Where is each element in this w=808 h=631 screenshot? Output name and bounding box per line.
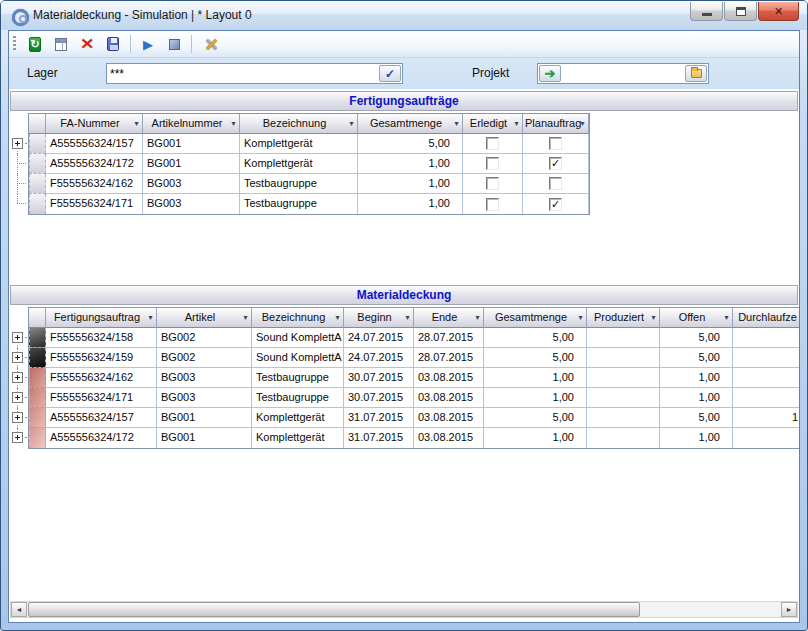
delete-button[interactable] (75, 33, 99, 55)
expand-plus-icon[interactable] (12, 138, 23, 149)
filter-dropdown-icon[interactable] (649, 312, 658, 323)
filter-dropdown-icon[interactable] (229, 118, 238, 129)
filter-dropdown-icon[interactable] (452, 118, 461, 129)
close-button[interactable]: ✕ (758, 2, 799, 21)
column-header-durchlaufze[interactable]: Durchlaufze (733, 308, 799, 328)
app-gear-icon (11, 8, 27, 24)
filter-dropdown-icon[interactable] (146, 312, 155, 323)
cell-gesamtmenge: 1,00 (358, 194, 463, 214)
checkbox-unchecked[interactable] (486, 177, 499, 190)
cell-fertigungsauftrag: F555556324/159 (46, 348, 157, 368)
expand-plus-icon[interactable] (12, 432, 23, 443)
cell-durchlaufze: 1 (733, 408, 799, 428)
checkbox-unchecked[interactable] (486, 198, 499, 211)
minimize-button[interactable] (690, 2, 723, 21)
screenshot-stage: Materialdeckung - Simulation | * Layout … (0, 0, 808, 631)
cell-offen: 5,00 (660, 348, 733, 368)
cell-beginn: 31.07.2015 (344, 428, 414, 448)
checkbox-unchecked[interactable] (549, 177, 562, 190)
cell-artikelnummer: BG003 (143, 194, 240, 214)
cell-beginn: 30.07.2015 (344, 388, 414, 408)
lager-confirm-button[interactable]: ✓ (379, 65, 401, 82)
column-header-fertigungsauftrag[interactable]: Fertigungsauftrag (46, 308, 157, 328)
projekt-input[interactable] (562, 65, 684, 82)
layout-button[interactable] (49, 33, 73, 55)
filter-dropdown-icon[interactable] (722, 312, 731, 323)
refresh-button[interactable] (23, 33, 47, 55)
scroll-left-button[interactable] (11, 602, 27, 617)
checkbox-unchecked[interactable] (486, 157, 499, 170)
checkbox-cell (463, 174, 523, 194)
cell-bezeichnung: Komplettgerät (240, 134, 358, 154)
maximize-button[interactable] (724, 2, 757, 21)
horizontal-scrollbar[interactable] (10, 601, 798, 618)
column-header-label: FA-Nummer (60, 117, 119, 129)
table-row[interactable]: A555556324/172BG001Komplettgerät1,00 (29, 154, 589, 174)
projekt-browse-button[interactable] (685, 65, 707, 82)
stop-button[interactable] (162, 33, 186, 55)
column-header-fa-nummer[interactable]: FA-Nummer (46, 114, 143, 134)
checkbox-checked[interactable] (549, 198, 562, 211)
filter-dropdown-icon[interactable] (576, 312, 585, 323)
save-icon (107, 37, 119, 51)
filter-dropdown-icon[interactable] (333, 312, 342, 323)
tools-button[interactable] (197, 33, 221, 55)
column-header-gesamtmenge[interactable]: Gesamtmenge (358, 114, 463, 134)
filter-dropdown-icon[interactable] (132, 118, 141, 129)
column-header-ende[interactable]: Ende (414, 308, 484, 328)
column-header-gesamtmenge[interactable]: Gesamtmenge (484, 308, 587, 328)
table-row[interactable]: F555556324/171BG003Testbaugruppe1,00 (29, 194, 589, 214)
stop-icon (169, 39, 180, 50)
column-header-label: Gesamtmenge (495, 311, 567, 323)
expand-plus-icon[interactable] (12, 372, 23, 383)
cell-offen: 1,00 (660, 388, 733, 408)
lager-input[interactable] (107, 65, 378, 82)
title-bar[interactable]: Materialdeckung - Simulation | * Layout … (1, 1, 807, 30)
table-row[interactable]: F555556324/162BG003Testbaugruppe30.07.20… (29, 368, 799, 388)
table-row[interactable]: A555556324/157BG001Komplettgerät5,00 (29, 134, 589, 154)
column-header-artikelnummer[interactable]: Artikelnummer (143, 114, 240, 134)
cell-gesamtmenge: 5,00 (484, 328, 587, 348)
checkbox-unchecked[interactable] (549, 137, 562, 150)
cell-produziert (587, 408, 660, 428)
column-header-bezeichnung[interactable]: Bezeichnung (240, 114, 358, 134)
table-row[interactable]: F555556324/159BG002Sound KomplettA24.07.… (29, 348, 799, 368)
cell-offen: 5,00 (660, 408, 733, 428)
filter-dropdown-icon[interactable] (578, 118, 587, 129)
table-row[interactable]: A555556324/157BG001Komplettgerät31.07.20… (29, 408, 799, 428)
column-header-produziert[interactable]: Produziert (587, 308, 660, 328)
table-row[interactable]: F555556324/171BG003Testbaugruppe30.07.20… (29, 388, 799, 408)
column-header-artikel[interactable]: Artikel (157, 308, 252, 328)
column-header-planauftrag[interactable]: Planauftrag (523, 114, 589, 134)
cell-durchlaufze (733, 348, 799, 368)
filter-dropdown-icon[interactable] (512, 118, 521, 129)
expand-plus-icon[interactable] (12, 352, 23, 363)
column-header-bezeichnung[interactable]: Bezeichnung (252, 308, 344, 328)
column-header-erledigt[interactable]: Erledigt (463, 114, 523, 134)
expand-plus-icon[interactable] (12, 392, 23, 403)
table-row[interactable]: F555556324/162BG003Testbaugruppe1,00 (29, 174, 589, 194)
run-button[interactable] (136, 33, 160, 55)
grid-header-row: FA-NummerArtikelnummerBezeichnungGesamtm… (29, 114, 589, 134)
scroll-right-button[interactable] (781, 602, 797, 617)
column-header-beginn[interactable]: Beginn (344, 308, 414, 328)
cell-artikel: BG001 (157, 408, 252, 428)
filter-dropdown-icon[interactable] (403, 312, 412, 323)
toolbar-separator (130, 35, 131, 53)
checkbox-unchecked[interactable] (486, 137, 499, 150)
expand-plus-icon[interactable] (12, 412, 23, 423)
table-row[interactable]: F555556324/158BG002Sound KomplettA24.07.… (29, 328, 799, 348)
save-button[interactable] (101, 33, 125, 55)
filter-dropdown-icon[interactable] (347, 118, 356, 129)
checkbox-checked[interactable] (549, 157, 562, 170)
scrollbar-thumb[interactable] (28, 602, 640, 617)
filter-dropdown-icon[interactable] (241, 312, 250, 323)
projekt-go-button[interactable]: ➔ (539, 65, 561, 82)
table-row[interactable]: A555556324/172BG001Komplettgerät31.07.20… (29, 428, 799, 448)
column-header-offen[interactable]: Offen (660, 308, 733, 328)
cell-fa-nummer: F555556324/171 (46, 194, 143, 214)
toolbar-grip-handle[interactable] (13, 36, 16, 52)
filter-dropdown-icon[interactable] (473, 312, 482, 323)
expand-plus-icon[interactable] (12, 332, 23, 343)
connector-line (25, 397, 29, 398)
